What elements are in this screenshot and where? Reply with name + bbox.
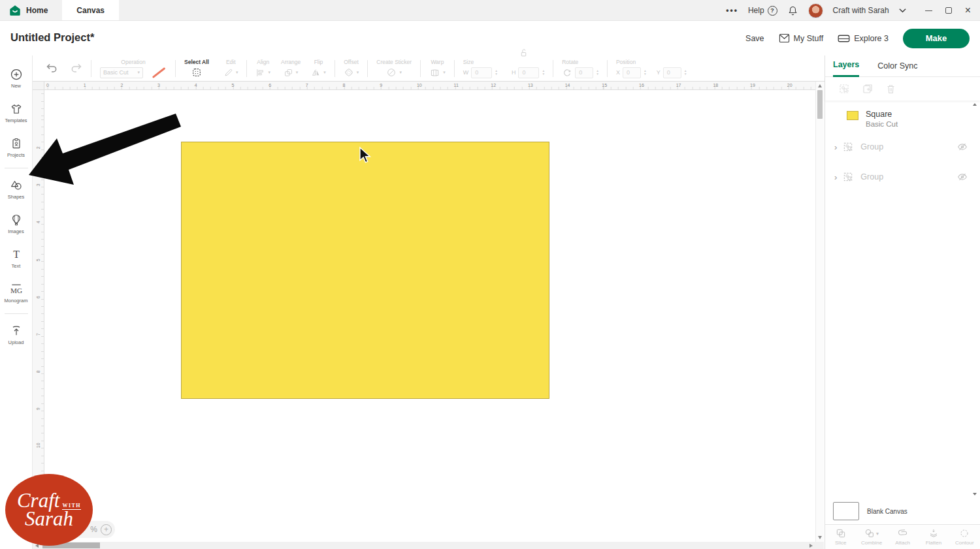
sidebar-item-projects[interactable]: Projects bbox=[0, 130, 33, 165]
overflow-menu-icon[interactable]: ••• bbox=[726, 6, 738, 15]
layer-row-group[interactable]: › Group bbox=[825, 162, 980, 192]
canvas-horizontal-scrollbar[interactable] bbox=[33, 542, 815, 549]
envelope-icon bbox=[779, 33, 790, 43]
ruler-tick-label: 6 bbox=[36, 261, 41, 298]
slice-button[interactable]: Slice bbox=[825, 525, 856, 549]
width-input[interactable]: 0 bbox=[471, 67, 492, 78]
visibility-off-icon[interactable] bbox=[956, 142, 968, 152]
rotate-icon[interactable] bbox=[562, 67, 572, 78]
sidebar-item-images[interactable]: Images bbox=[0, 206, 33, 241]
design-canvas[interactable]: 01234567891011121314151617181920 2345678… bbox=[33, 82, 815, 542]
scroll-down-arrow[interactable] bbox=[818, 536, 822, 539]
layer-row-square[interactable]: Square Basic Cut bbox=[825, 101, 980, 132]
sidebar-item-new[interactable]: New bbox=[0, 61, 33, 95]
attach-button[interactable]: Attach bbox=[887, 525, 918, 549]
tab-canvas[interactable]: Canvas bbox=[62, 0, 119, 20]
undo-icon[interactable] bbox=[46, 63, 58, 74]
my-stuff-button[interactable]: My Stuff bbox=[779, 33, 824, 43]
explore-machine-button[interactable]: Explore 3 bbox=[838, 34, 889, 43]
visibility-off-icon[interactable] bbox=[956, 172, 968, 182]
caret-icon[interactable]: ▾ bbox=[443, 70, 446, 75]
width-stepper[interactable]: ▴▾ bbox=[495, 69, 497, 75]
window-maximize-button[interactable] bbox=[945, 7, 952, 14]
caret-icon[interactable]: ▾ bbox=[296, 70, 299, 75]
tshirt-icon bbox=[10, 102, 23, 116]
duplicate-icon[interactable] bbox=[862, 83, 874, 95]
make-button[interactable]: Make bbox=[903, 29, 970, 48]
caret-icon[interactable]: ▾ bbox=[323, 70, 326, 75]
sidebar-item-monogram[interactable]: MG Monogram bbox=[0, 275, 33, 310]
select-all-icon[interactable] bbox=[191, 67, 202, 78]
sidebar-item-text[interactable]: T Text bbox=[0, 241, 33, 275]
create-sticker-icon[interactable] bbox=[386, 67, 397, 78]
operation-select[interactable]: Basic Cut ▾ bbox=[100, 67, 143, 78]
offset-icon[interactable] bbox=[344, 67, 354, 78]
height-input[interactable]: 0 bbox=[518, 67, 539, 78]
group-icon bbox=[842, 141, 854, 153]
align-icon[interactable] bbox=[255, 68, 265, 78]
help-button[interactable]: Help ? bbox=[748, 6, 777, 16]
scroll-up-arrow[interactable] bbox=[818, 84, 822, 87]
blank-canvas-swatch[interactable] bbox=[833, 502, 859, 520]
avatar[interactable] bbox=[808, 3, 823, 18]
zoom-in-button[interactable]: + bbox=[101, 524, 112, 535]
blank-canvas-row[interactable]: Blank Canvas bbox=[825, 498, 980, 524]
select-all-group: Select All bbox=[184, 59, 209, 78]
delete-trash-icon[interactable] bbox=[885, 83, 896, 95]
sidebar-divider bbox=[5, 313, 28, 314]
tab-layers[interactable]: Layers bbox=[833, 60, 859, 77]
notifications-bell-icon[interactable] bbox=[787, 5, 798, 16]
tab-canvas-label: Canvas bbox=[76, 6, 105, 15]
layer-row-group[interactable]: › Group bbox=[825, 132, 980, 162]
layer-color-swatch[interactable] bbox=[847, 111, 858, 120]
combine-button[interactable]: ▾ Combine bbox=[856, 525, 887, 549]
rotate-stepper[interactable]: ▴▾ bbox=[596, 69, 598, 75]
canvas-vertical-scrollbar[interactable] bbox=[815, 82, 824, 542]
sidebar-item-upload[interactable]: Upload bbox=[0, 317, 33, 352]
position-y-input[interactable]: 0 bbox=[663, 67, 681, 78]
unlock-icon[interactable] bbox=[519, 48, 528, 57]
sidebar-item-shapes[interactable]: Shapes bbox=[0, 172, 33, 206]
position-x-input[interactable]: 0 bbox=[623, 67, 641, 78]
ruler-tick-label: 3 bbox=[36, 149, 41, 186]
redo-icon[interactable] bbox=[70, 63, 82, 74]
size-group: Size W 0 ▴▾ H 0 ▴▾ bbox=[463, 59, 545, 78]
question-icon: ? bbox=[768, 6, 777, 16]
operation-label: Operation bbox=[121, 59, 145, 65]
warp-icon[interactable] bbox=[429, 68, 440, 78]
group-layers-icon[interactable] bbox=[838, 83, 850, 95]
sidebar-item-templates[interactable]: Templates bbox=[0, 95, 33, 130]
edit-pencil-icon[interactable] bbox=[223, 68, 233, 78]
caret-icon[interactable]: ▾ bbox=[357, 70, 359, 75]
panel-scroll-up-arrow[interactable] bbox=[973, 103, 977, 106]
flatten-button[interactable]: Flatten bbox=[918, 525, 949, 549]
layer-operation: Basic Cut bbox=[866, 120, 898, 128]
expand-chevron-icon[interactable]: › bbox=[834, 142, 837, 152]
panel-scroll-down-arrow[interactable] bbox=[973, 493, 977, 495]
position-x-stepper[interactable]: ▴▾ bbox=[644, 69, 646, 75]
caret-icon[interactable]: ▾ bbox=[399, 70, 402, 75]
line-color-swatch[interactable] bbox=[152, 67, 166, 78]
position-x-label: X bbox=[616, 69, 620, 76]
canvas-square-shape[interactable] bbox=[181, 142, 549, 399]
save-button[interactable]: Save bbox=[745, 34, 764, 43]
height-stepper[interactable]: ▴▾ bbox=[542, 69, 544, 75]
machine-icon bbox=[838, 34, 850, 43]
flip-icon[interactable] bbox=[311, 68, 321, 78]
arrange-icon[interactable] bbox=[284, 68, 293, 78]
scroll-right-arrow[interactable] bbox=[809, 544, 813, 548]
contour-button[interactable]: Contour bbox=[949, 525, 980, 549]
caret-icon[interactable]: ▾ bbox=[236, 70, 238, 75]
account-name[interactable]: Craft with Sarah bbox=[833, 6, 889, 15]
caret-icon[interactable]: ▾ bbox=[268, 70, 270, 75]
tab-color-sync[interactable]: Color Sync bbox=[877, 61, 917, 76]
window-close-button[interactable]: × bbox=[965, 5, 971, 16]
window-minimize-button[interactable] bbox=[925, 10, 932, 11]
rotate-input[interactable]: 0 bbox=[575, 67, 593, 78]
ruler-tick-label: 5 bbox=[36, 224, 41, 261]
tab-home[interactable]: Home bbox=[0, 0, 62, 20]
expand-chevron-icon[interactable]: › bbox=[834, 172, 837, 182]
chevron-down-icon[interactable] bbox=[899, 8, 906, 13]
vertical-scroll-thumb[interactable] bbox=[817, 90, 823, 119]
position-y-stepper[interactable]: ▴▾ bbox=[685, 69, 687, 75]
